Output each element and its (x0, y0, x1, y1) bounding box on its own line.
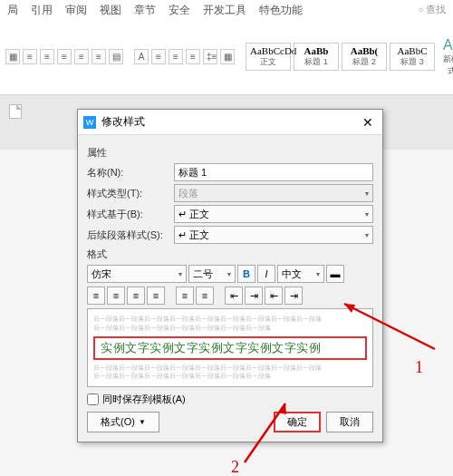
follow-label: 后续段落样式(S): (87, 228, 169, 242)
preview-sample: 实例文字实例文字实例文字实例文字实例 (93, 336, 367, 360)
type-label: 样式类型(T): (87, 187, 169, 200)
dialog-titlebar: W 修改样式 ✕ (78, 110, 382, 135)
tab-sections[interactable]: 章节 (134, 3, 156, 18)
ribbon-toolbar: ▦ ≡ ≡ ≡ ≡ ≡ ▤ A ≡ ≡ ≡ ‡≡ ▦ AaBbCcDd正文 Aa… (0, 21, 453, 94)
base-combo[interactable]: ↵ 正文▾ (174, 205, 373, 223)
style-h2[interactable]: AaBb(标题 2 (342, 43, 387, 71)
format-section-label: 格式 (87, 248, 373, 261)
italic-btn[interactable]: I (257, 265, 275, 283)
name-input[interactable] (174, 163, 373, 181)
align-center[interactable]: ≡ (107, 287, 125, 305)
size-combo[interactable]: 二号▾ (188, 265, 236, 283)
tab-layout[interactable]: 局 (7, 3, 18, 18)
close-icon[interactable]: ✕ (359, 115, 377, 130)
page-icon[interactable] (9, 104, 22, 119)
style-normal[interactable]: AaBbCcDd正文 (246, 43, 291, 71)
indent-btn[interactable]: ▦ (5, 49, 20, 64)
tab-security[interactable]: 安全 (169, 3, 190, 18)
style-h3[interactable]: AaBbC标题 3 (390, 43, 435, 71)
save-template-label: 同时保存到模板(A) (102, 393, 186, 406)
bold-btn[interactable]: B (237, 265, 255, 283)
tab-devtools[interactable]: 开发工具 (203, 3, 246, 18)
indent-dec2[interactable]: ⇤ (265, 287, 283, 305)
ribbon: 局 引用 审阅 视图 章节 安全 开发工具 特色功能 查找 ▦ ≡ ≡ ≡ ≡ … (0, 0, 453, 95)
save-template-checkbox[interactable] (87, 393, 99, 405)
tab-features[interactable]: 特色功能 (259, 3, 303, 18)
style-h1[interactable]: AaBb标题 1 (294, 43, 339, 71)
modify-style-dialog: W 修改样式 ✕ 属性 名称(N): 样式类型(T): 段落▾ 样式基于(B):… (77, 109, 383, 442)
preview-before2: 后一段落后一段落后一段落后一段落后一段落后一段落后一段落 (93, 324, 367, 333)
annotation-1: 1 (415, 358, 423, 377)
preview-after2: 后一段落后一段落后一段落后一段落后一段落后一段落后一段落 (93, 372, 367, 381)
format-button[interactable]: 格式(O)▼ (87, 412, 159, 432)
align-l-btn[interactable]: ≡ (23, 49, 37, 64)
tab-view[interactable]: 视图 (100, 3, 121, 18)
font-combo[interactable]: 仿宋▾ (87, 265, 187, 283)
dialog-title: 修改样式 (101, 114, 359, 130)
ribbon-tabs: 局 引用 审阅 视图 章节 安全 开发工具 特色功能 查找 (0, 0, 453, 21)
outdent-btn[interactable]: ≡ (74, 49, 89, 64)
align-left[interactable]: ≡ (87, 287, 105, 305)
new-style-btn[interactable]: A₊新样式 (438, 36, 453, 77)
search-box[interactable]: 查找 (418, 3, 446, 18)
tab-review[interactable]: 审阅 (65, 3, 87, 18)
align-right[interactable]: ≡ (127, 287, 145, 305)
follow-combo[interactable]: ↵ 正文▾ (174, 226, 373, 244)
indent-dec[interactable]: ⇤ (225, 287, 243, 305)
spacing-1[interactable]: ≡ (176, 287, 194, 305)
spacing-btn[interactable]: ‡≡ (203, 49, 217, 64)
align-justify[interactable]: ≡ (147, 287, 165, 305)
cancel-button[interactable]: 取消 (326, 412, 373, 432)
base-label: 样式基于(B): (87, 208, 169, 221)
align-j1-btn[interactable]: ≡ (151, 49, 166, 64)
indent2-btn[interactable]: ≡ (92, 49, 106, 64)
align-j3-btn[interactable]: ≡ (186, 49, 200, 64)
border-btn[interactable]: ▦ (220, 49, 235, 64)
preview-after: 后一段落后一段落后一段落后一段落后一段落后一段落后一段落后一段落后一段落 (93, 364, 367, 373)
preview-before: 后一段落后一段落后一段落后一段落后一段落后一段落后一段落后一段落后一段落 (93, 315, 367, 324)
align-c-btn[interactable]: ≡ (40, 49, 54, 64)
lang-combo[interactable]: 中文▾ (277, 265, 324, 283)
indent-inc[interactable]: ⇥ (245, 287, 263, 305)
ok-button[interactable]: 确定 (274, 412, 321, 432)
spacing-2[interactable]: ≡ (196, 287, 214, 305)
dialog-icon: W (83, 116, 96, 129)
type-combo: 段落▾ (174, 184, 373, 202)
name-label: 名称(N): (87, 166, 169, 180)
indent-inc2[interactable]: ⇥ (284, 287, 303, 305)
font-a-btn[interactable]: A (134, 49, 149, 64)
fill-btn[interactable]: ▤ (109, 49, 123, 64)
props-section-label: 属性 (87, 146, 373, 160)
preview-box: 后一段落后一段落后一段落后一段落后一段落后一段落后一段落后一段落后一段落 后一段… (87, 308, 373, 387)
align-j2-btn[interactable]: ≡ (169, 49, 183, 64)
annotation-2: 2 (231, 458, 239, 476)
align-r-btn[interactable]: ≡ (57, 49, 72, 64)
tab-references[interactable]: 引用 (31, 3, 53, 18)
color-btn[interactable]: ▬ (326, 265, 344, 283)
